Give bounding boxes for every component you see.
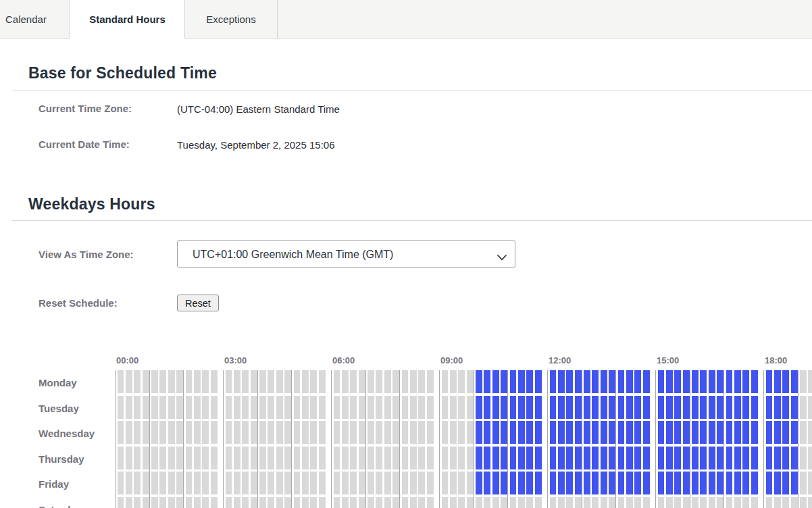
time-slot[interactable]	[643, 472, 650, 494]
time-slot[interactable]	[234, 497, 240, 508]
time-slot[interactable]	[791, 447, 798, 469]
time-slot[interactable]	[742, 421, 749, 444]
time-slot[interactable]	[742, 370, 749, 393]
time-slot[interactable]	[342, 370, 349, 393]
time-slot[interactable]	[294, 472, 301, 494]
time-slot[interactable]	[766, 421, 773, 444]
time-slot[interactable]	[202, 472, 209, 494]
time-slot[interactable]	[550, 396, 557, 419]
time-slot[interactable]	[284, 447, 291, 469]
time-slot[interactable]	[535, 472, 542, 494]
time-slot[interactable]	[674, 472, 681, 494]
time-slot[interactable]	[410, 421, 417, 444]
time-slot[interactable]	[319, 447, 326, 469]
time-slot[interactable]	[294, 447, 301, 469]
time-slot[interactable]	[584, 370, 590, 393]
time-slot[interactable]	[376, 421, 382, 444]
time-slot[interactable]	[410, 370, 417, 393]
time-slot[interactable]	[159, 472, 166, 494]
time-slot[interactable]	[367, 472, 374, 494]
time-slot[interactable]	[458, 421, 465, 444]
time-slot[interactable]	[450, 472, 457, 494]
time-slot[interactable]	[118, 447, 124, 469]
time-slot[interactable]	[492, 370, 499, 393]
time-slot[interactable]	[808, 447, 812, 469]
time-slot[interactable]	[643, 421, 650, 444]
time-slot[interactable]	[211, 421, 218, 444]
time-slot[interactable]	[384, 497, 391, 508]
time-slot[interactable]	[234, 472, 240, 494]
reset-button[interactable]: Reset	[177, 295, 219, 311]
time-slot[interactable]	[518, 497, 525, 508]
time-slot[interactable]	[126, 497, 132, 508]
time-slot[interactable]	[726, 421, 733, 444]
time-slot[interactable]	[601, 370, 607, 393]
time-slot[interactable]	[584, 497, 590, 508]
time-slot[interactable]	[242, 421, 249, 444]
time-slot[interactable]	[709, 421, 715, 444]
time-slot[interactable]	[791, 370, 798, 393]
time-slot[interactable]	[242, 497, 249, 508]
time-slot[interactable]	[442, 472, 449, 494]
time-slot[interactable]	[242, 396, 249, 419]
time-slot[interactable]	[592, 447, 599, 469]
time-slot[interactable]	[510, 421, 517, 444]
time-slot[interactable]	[276, 472, 283, 494]
time-slot[interactable]	[674, 396, 681, 419]
time-slot[interactable]	[592, 396, 599, 419]
time-slot[interactable]	[484, 447, 490, 469]
time-slot[interactable]	[717, 497, 724, 508]
time-slot[interactable]	[550, 370, 557, 393]
time-slot[interactable]	[626, 396, 633, 419]
time-slot[interactable]	[143, 447, 149, 469]
time-slot[interactable]	[334, 472, 340, 494]
time-slot[interactable]	[658, 421, 665, 444]
time-slot[interactable]	[118, 396, 124, 419]
time-slot[interactable]	[168, 447, 175, 469]
time-slot[interactable]	[609, 447, 615, 469]
time-slot[interactable]	[284, 497, 291, 508]
time-slot[interactable]	[176, 447, 183, 469]
time-slot[interactable]	[350, 396, 357, 419]
time-slot[interactable]	[609, 421, 615, 444]
time-slot[interactable]	[626, 370, 633, 393]
time-slot[interactable]	[427, 396, 434, 419]
time-slot[interactable]	[226, 396, 232, 419]
time-slot[interactable]	[643, 370, 650, 393]
time-slot[interactable]	[126, 447, 132, 469]
time-slot[interactable]	[302, 370, 309, 393]
time-slot[interactable]	[226, 370, 232, 393]
time-slot[interactable]	[558, 447, 565, 469]
time-slot[interactable]	[310, 497, 317, 508]
time-slot[interactable]	[450, 447, 457, 469]
time-slot[interactable]	[442, 447, 449, 469]
time-slot[interactable]	[584, 396, 590, 419]
time-slot[interactable]	[467, 421, 474, 444]
time-slot[interactable]	[251, 421, 257, 444]
time-slot[interactable]	[643, 396, 650, 419]
time-slot[interactable]	[276, 497, 283, 508]
time-slot[interactable]	[168, 497, 175, 508]
time-slot[interactable]	[384, 396, 391, 419]
time-slot[interactable]	[751, 497, 758, 508]
time-slot[interactable]	[251, 447, 257, 469]
time-slot[interactable]	[151, 497, 158, 508]
time-slot[interactable]	[450, 396, 457, 419]
time-slot[interactable]	[634, 497, 641, 508]
time-slot[interactable]	[402, 396, 409, 419]
time-slot[interactable]	[751, 472, 758, 494]
time-slot[interactable]	[151, 421, 158, 444]
time-slot[interactable]	[226, 472, 232, 494]
time-slot[interactable]	[334, 497, 340, 508]
time-slot[interactable]	[350, 472, 357, 494]
time-slot[interactable]	[168, 396, 175, 419]
time-slot[interactable]	[392, 396, 399, 419]
time-slot[interactable]	[601, 396, 607, 419]
time-slot[interactable]	[410, 472, 417, 494]
time-slot[interactable]	[134, 396, 141, 419]
time-slot[interactable]	[510, 396, 517, 419]
time-slot[interactable]	[276, 370, 283, 393]
time-slot[interactable]	[791, 497, 798, 508]
time-slot[interactable]	[359, 396, 365, 419]
time-slot[interactable]	[410, 447, 417, 469]
